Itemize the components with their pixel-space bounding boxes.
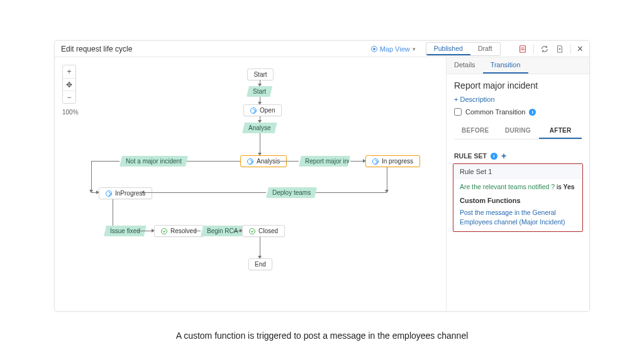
- edge: [91, 161, 92, 192]
- ruleset-label: RULE SET: [454, 152, 487, 160]
- edge: [305, 192, 387, 193]
- status-icon: [106, 190, 112, 197]
- transition-start[interactable]: Start: [247, 86, 272, 97]
- status-icon: [372, 158, 379, 165]
- rule-set-box: Rule Set 1 Are the relevant teams notifi…: [453, 163, 583, 232]
- add-ruleset-button[interactable]: +: [501, 151, 506, 161]
- edge: [387, 167, 387, 192]
- toggle-draft[interactable]: Draft: [470, 43, 500, 55]
- panel-title: Report major incident: [454, 80, 582, 90]
- node-open[interactable]: Open: [243, 104, 282, 116]
- zoom-in-button[interactable]: +: [63, 65, 75, 78]
- export-pdf-icon[interactable]: [518, 45, 527, 53]
- custom-function-link[interactable]: Post the message in the General Employee…: [460, 208, 576, 226]
- tab-transition[interactable]: Transition: [483, 57, 528, 74]
- transition-not-major[interactable]: Not a major incident: [119, 156, 188, 167]
- add-description-link[interactable]: + Description: [454, 96, 582, 103]
- zoom-controls: + ✥ −: [62, 65, 76, 104]
- view-mode-label: Map View: [380, 45, 410, 53]
- panel-tabs: Details Transition: [447, 57, 589, 74]
- status-icon: [247, 158, 253, 165]
- status-icon: [250, 107, 257, 114]
- transition-analyse[interactable]: Analyse: [242, 123, 277, 133]
- pan-button[interactable]: ✥: [63, 78, 75, 90]
- edge: [178, 161, 240, 162]
- edge: [260, 80, 260, 86]
- rule-condition: Are the relevant teams notified ? is Yes: [460, 183, 576, 190]
- node-start[interactable]: Start: [247, 69, 274, 80]
- edge: [260, 237, 260, 258]
- zoom-level: 100%: [62, 109, 79, 116]
- node-end[interactable]: End: [248, 258, 272, 270]
- edge: [260, 133, 260, 155]
- edge: [91, 161, 119, 162]
- info-icon[interactable]: i: [529, 109, 536, 116]
- check-icon: [249, 228, 255, 234]
- phase-tabs: BEFORE DURING AFTER: [454, 123, 582, 140]
- edge: [350, 161, 365, 162]
- app-window: Edit request life cycle Map View ▾ Publi…: [54, 40, 590, 312]
- custom-functions-label: Custom Functions: [460, 197, 576, 204]
- transition-report-major[interactable]: Report major inci...: [299, 156, 350, 167]
- edge: [113, 199, 113, 229]
- page-title: Edit request life cycle: [61, 45, 132, 53]
- eye-icon: [371, 46, 377, 52]
- edge: [233, 231, 242, 231]
- tab-details[interactable]: Details: [447, 57, 483, 74]
- edge: [194, 231, 201, 231]
- info-icon[interactable]: i: [491, 153, 497, 160]
- edge: [260, 116, 260, 123]
- svg-rect-0: [519, 45, 525, 52]
- edge: [260, 97, 260, 104]
- edge: [142, 192, 266, 193]
- edge: [280, 161, 299, 162]
- zoom-out-button[interactable]: −: [63, 90, 75, 103]
- node-inprogress-left[interactable]: InProgress: [99, 187, 152, 199]
- check-icon: [161, 228, 167, 234]
- common-transition-checkbox[interactable]: Common Transition i: [454, 108, 582, 116]
- figure-caption: A custom function is triggered to post a…: [0, 331, 644, 341]
- close-icon[interactable]: ×: [577, 43, 583, 55]
- subtab-during[interactable]: DURING: [497, 123, 540, 139]
- flow-canvas[interactable]: + ✥ − 100% Start Start Open Analyse Anal…: [55, 57, 446, 311]
- node-closed[interactable]: Closed: [242, 225, 285, 237]
- chevron-down-icon: ▾: [413, 46, 416, 52]
- side-panel: Details Transition Report major incident…: [446, 57, 589, 311]
- edge: [91, 192, 99, 193]
- rule-title[interactable]: Rule Set 1: [453, 164, 582, 179]
- common-transition-input[interactable]: [454, 108, 462, 116]
- node-in-progress[interactable]: In progress: [365, 155, 420, 167]
- subtab-before[interactable]: BEFORE: [454, 123, 497, 139]
- publish-toggle: Published Draft: [426, 42, 501, 56]
- view-mode-switch[interactable]: Map View ▾: [371, 45, 416, 53]
- toggle-published[interactable]: Published: [426, 43, 470, 55]
- edge: [138, 231, 154, 231]
- transition-deploy-teams[interactable]: Deploy teams: [266, 187, 317, 198]
- title-bar: Edit request life cycle Map View ▾ Publi…: [55, 41, 589, 57]
- new-doc-icon[interactable]: [555, 45, 564, 53]
- ruleset-header: RULE SET i +: [447, 146, 589, 163]
- refresh-icon[interactable]: [540, 45, 549, 53]
- subtab-after[interactable]: AFTER: [539, 123, 582, 139]
